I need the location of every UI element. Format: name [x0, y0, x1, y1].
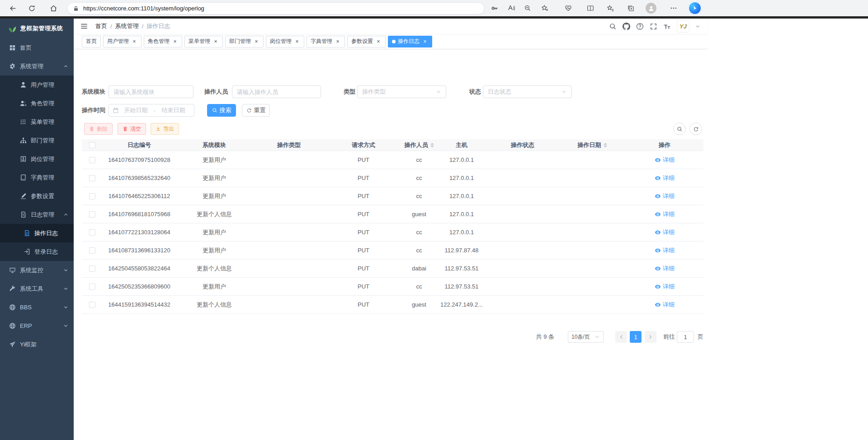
close-icon[interactable]: × — [212, 38, 219, 45]
sidebar-item-user-mgmt[interactable]: 用户管理 — [0, 76, 74, 94]
close-icon[interactable]: × — [375, 38, 382, 45]
app-logo[interactable]: 意框架管理系统 — [0, 19, 74, 38]
tab-oper-log[interactable]: 操作日志× — [388, 36, 432, 47]
type-select[interactable]: 操作类型 — [357, 85, 446, 98]
password-key-button[interactable] — [488, 2, 501, 14]
read-aloud-button[interactable] — [505, 2, 518, 14]
row-checkbox[interactable] — [89, 247, 95, 254]
close-icon[interactable]: × — [422, 38, 428, 45]
detail-link[interactable]: 详细 — [655, 301, 675, 309]
tab-home[interactable]: 首页 — [82, 36, 101, 47]
row-checkbox[interactable] — [89, 175, 95, 181]
sidebar-item-post-mgmt[interactable]: 岗位管理 — [0, 150, 74, 168]
browser-essentials-button[interactable] — [562, 2, 575, 14]
tab-user-mgmt[interactable]: 用户管理× — [103, 36, 142, 47]
row-checkbox[interactable] — [89, 265, 95, 272]
copilot-button[interactable] — [688, 1, 702, 15]
row-checkbox[interactable] — [89, 211, 95, 218]
column-header-date[interactable]: 操作日期 — [559, 139, 626, 151]
detail-link[interactable]: 详细 — [655, 210, 675, 218]
sidebar-item-system-tools[interactable]: 系统工具 — [0, 279, 74, 298]
font-size-button[interactable] — [663, 23, 671, 30]
tab-dict-mgmt[interactable]: 字典管理× — [307, 36, 345, 47]
row-checkbox[interactable] — [89, 193, 95, 199]
browser-home-button[interactable] — [47, 2, 60, 14]
row-checkbox[interactable] — [89, 284, 95, 290]
search-button[interactable] — [609, 23, 617, 30]
row-checkbox[interactable] — [89, 157, 95, 163]
operator-input[interactable] — [237, 89, 316, 95]
detail-link[interactable]: 详细 — [655, 228, 675, 237]
tab-post-mgmt[interactable]: 岗位管理× — [266, 36, 304, 47]
export-button[interactable]: 导出 — [151, 123, 179, 135]
sort-caret-icon[interactable] — [430, 143, 434, 147]
add-favorite-button[interactable] — [538, 2, 551, 14]
sidebar-item-system-monitor[interactable]: 系统监控 — [0, 261, 74, 279]
chevron-down-icon[interactable] — [695, 24, 700, 29]
close-icon[interactable]: × — [335, 38, 341, 45]
sidebar-item-log-mgmt[interactable]: 日志管理 — [0, 205, 74, 224]
tab-param-settings[interactable]: 参数设置× — [347, 36, 386, 47]
user-avatar[interactable]: YJ — [677, 20, 689, 33]
sidebar-item-erp[interactable]: ERP — [0, 317, 74, 335]
browser-back-button[interactable] — [6, 2, 19, 14]
address-bar[interactable]: https://ccnetcore.com:1101/system/log/op… — [67, 2, 485, 14]
zoom-button[interactable] — [521, 2, 534, 14]
tab-role-mgmt[interactable]: 角色管理× — [144, 36, 182, 47]
fullscreen-button[interactable] — [650, 23, 657, 30]
sidebar-item-bbs[interactable]: BBS — [0, 298, 74, 317]
sidebar-item-oper-log[interactable]: 操作日志 — [0, 224, 74, 242]
browser-profile-button[interactable] — [646, 3, 656, 14]
tab-menu-mgmt[interactable]: 菜单管理× — [184, 36, 223, 47]
browser-refresh-button[interactable] — [25, 2, 38, 14]
goto-page-input[interactable]: 1 — [677, 331, 694, 343]
detail-link[interactable]: 详细 — [655, 265, 675, 273]
sidebar-item-home[interactable]: 首页 — [0, 38, 74, 57]
next-page-button[interactable] — [645, 331, 656, 343]
date-range-picker[interactable]: 开始日期 - 结束日期 — [108, 104, 194, 117]
detail-link[interactable]: 详细 — [655, 246, 675, 255]
prev-page-button[interactable] — [615, 331, 627, 343]
module-input[interactable] — [113, 89, 189, 95]
reset-button[interactable]: 重置 — [242, 104, 270, 117]
hamburger-menu-button[interactable] — [80, 22, 88, 30]
tab-dept-mgmt[interactable]: 部门管理× — [225, 36, 264, 47]
row-checkbox[interactable] — [89, 229, 95, 236]
detail-link[interactable]: 详细 — [655, 192, 675, 200]
split-screen-button[interactable] — [584, 2, 597, 14]
column-header-operator[interactable]: 操作人员 — [401, 139, 437, 151]
help-button[interactable] — [636, 23, 644, 30]
github-button[interactable] — [623, 23, 630, 30]
refresh-table-button[interactable] — [689, 123, 702, 135]
collections-button[interactable] — [624, 2, 637, 14]
sidebar-item-dict-mgmt[interactable]: 字典管理 — [0, 168, 74, 187]
page-number-button[interactable]: 1 — [630, 331, 642, 343]
browser-settings-button[interactable] — [667, 2, 680, 14]
close-icon[interactable]: × — [131, 38, 137, 45]
close-icon[interactable]: × — [172, 38, 178, 45]
sidebar-item-dept-mgmt[interactable]: 部门管理 — [0, 131, 74, 150]
select-all-checkbox[interactable] — [89, 142, 95, 148]
sidebar-item-system-mgmt[interactable]: 系统管理 — [0, 57, 74, 76]
row-checkbox[interactable] — [89, 302, 95, 308]
page-size-select[interactable]: 10条/页 — [568, 331, 604, 343]
breadcrumb-item[interactable]: 系统管理 — [115, 22, 139, 30]
detail-link[interactable]: 详细 — [655, 156, 675, 164]
search-submit-button[interactable]: 搜索 — [207, 104, 236, 117]
favorites-button[interactable] — [604, 2, 617, 14]
status-select[interactable]: 日志状态 — [483, 85, 572, 98]
toggle-search-button[interactable] — [673, 123, 686, 135]
breadcrumb-item[interactable]: 首页 — [95, 22, 107, 30]
clear-button[interactable]: 清空 — [118, 123, 146, 135]
sort-caret-icon[interactable] — [604, 143, 607, 147]
sidebar-item-menu-mgmt[interactable]: 菜单管理 — [0, 113, 74, 131]
sidebar-item-param-settings[interactable]: 参数设置 — [0, 187, 74, 205]
sidebar-item-role-mgmt[interactable]: 角色管理 — [0, 94, 74, 113]
sidebar-item-yi-framework[interactable]: Yi框架 — [0, 335, 74, 354]
detail-link[interactable]: 详细 — [655, 174, 675, 182]
delete-button[interactable]: 删除 — [84, 123, 113, 135]
detail-link[interactable]: 详细 — [655, 283, 675, 291]
close-icon[interactable]: × — [253, 38, 259, 45]
sidebar-item-login-log[interactable]: 登录日志 — [0, 242, 74, 261]
close-icon[interactable]: × — [294, 38, 300, 45]
